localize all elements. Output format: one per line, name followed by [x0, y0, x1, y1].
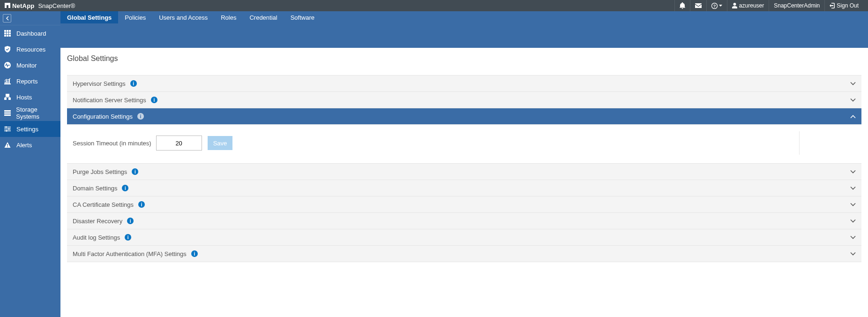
- info-icon[interactable]: i: [137, 113, 144, 120]
- section-hypervisor[interactable]: Hypervisor Settings i: [67, 75, 861, 92]
- help-button[interactable]: ?: [706, 0, 727, 11]
- section-label: Disaster Recovery: [73, 218, 122, 225]
- svg-point-20: [6, 130, 7, 132]
- role-label[interactable]: SnapCenterAdmin: [769, 0, 824, 11]
- section-configuration-body: Session Timeout (in minutes) Save: [67, 125, 861, 164]
- tab-policies[interactable]: Policies: [118, 11, 152, 23]
- info-icon[interactable]: i: [132, 168, 138, 175]
- section-audit-log[interactable]: Audit log Settings i: [67, 229, 861, 246]
- settings-accordion: Hypervisor Settings i Notification Serve…: [67, 75, 861, 262]
- svg-rect-7: [9, 32, 11, 34]
- bell-icon: [680, 2, 685, 9]
- svg-rect-22: [7, 146, 8, 147]
- tab-software[interactable]: Software: [284, 11, 321, 23]
- info-icon[interactable]: i: [127, 218, 134, 224]
- mail-icon: [695, 3, 702, 8]
- svg-rect-17: [4, 114, 11, 116]
- tab-label: Global Settings: [67, 14, 112, 21]
- section-disaster-recovery[interactable]: Disaster Recovery i: [67, 213, 861, 229]
- info-icon[interactable]: i: [130, 80, 137, 87]
- info-icon[interactable]: i: [191, 250, 198, 257]
- svg-text:?: ?: [713, 3, 716, 8]
- info-icon[interactable]: i: [151, 97, 157, 103]
- sidebar-item-resources[interactable]: Resources: [0, 41, 60, 57]
- alert-icon: [3, 142, 12, 148]
- caret-down-icon: [719, 5, 722, 7]
- notifications-button[interactable]: [674, 0, 690, 11]
- sidebar: Dashboard Resources Monitor Reports Host…: [0, 11, 60, 317]
- chevron-down-icon: [850, 218, 856, 225]
- chevron-down-icon: [850, 201, 856, 208]
- svg-rect-15: [4, 110, 11, 112]
- info-icon[interactable]: i: [122, 185, 128, 191]
- brand-product: SnapCenter®: [38, 2, 75, 9]
- svg-rect-4: [9, 30, 11, 32]
- shield-icon: [3, 46, 12, 53]
- signout-button[interactable]: Sign Out: [824, 0, 863, 11]
- session-timeout-input[interactable]: [156, 136, 202, 151]
- tab-roles[interactable]: Roles: [214, 11, 243, 23]
- svg-point-18: [5, 126, 7, 128]
- svg-rect-2: [4, 30, 6, 32]
- chevron-up-icon: [850, 113, 856, 120]
- role-text: SnapCenterAdmin: [774, 2, 820, 9]
- sidebar-item-monitor[interactable]: Monitor: [0, 57, 60, 73]
- save-button[interactable]: Save: [208, 136, 233, 150]
- info-icon[interactable]: i: [125, 234, 131, 241]
- sidebar-item-label: Storage Systems: [16, 106, 60, 120]
- svg-rect-8: [4, 35, 6, 37]
- mail-button[interactable]: [690, 0, 706, 11]
- chevron-down-icon: [850, 234, 856, 241]
- section-purge[interactable]: Purge Jobs Settings i: [67, 164, 861, 180]
- user-menu[interactable]: azureuser: [727, 0, 769, 11]
- svg-rect-16: [4, 113, 11, 114]
- svg-rect-6: [7, 32, 8, 34]
- section-label: Notification Server Settings: [73, 97, 146, 104]
- sidebar-collapse-button[interactable]: [0, 11, 60, 25]
- section-cacert[interactable]: CA Certificate Settings i: [67, 196, 861, 213]
- svg-rect-14: [8, 98, 11, 100]
- sidebar-item-label: Monitor: [16, 62, 37, 69]
- tab-bar: Global Settings Policies Users and Acces…: [60, 11, 868, 48]
- sidebar-item-dashboard[interactable]: Dashboard: [0, 25, 60, 41]
- netapp-logo-icon: [5, 2, 10, 9]
- section-label: Hypervisor Settings: [73, 80, 126, 87]
- user-icon: [732, 3, 737, 8]
- sidebar-item-label: Hosts: [16, 94, 32, 101]
- page-title: Global Settings: [67, 54, 861, 63]
- sliders-icon: [3, 126, 12, 132]
- tab-global-settings[interactable]: Global Settings: [60, 11, 118, 23]
- section-label: Multi Factor Authentication (MFA) Settin…: [73, 250, 187, 257]
- section-label: Audit log Settings: [73, 234, 120, 241]
- sidebar-item-label: Resources: [16, 46, 45, 53]
- help-icon: ?: [711, 3, 718, 9]
- sidebar-item-storage[interactable]: Storage Systems: [0, 105, 60, 121]
- section-label: Purge Jobs Settings: [73, 168, 127, 175]
- tab-label: Software: [291, 14, 314, 21]
- sidebar-item-reports[interactable]: Reports: [0, 73, 60, 89]
- tab-label: Roles: [221, 14, 236, 21]
- section-configuration[interactable]: Configuration Settings i: [67, 108, 861, 125]
- svg-rect-3: [7, 30, 8, 32]
- chevron-down-icon: [850, 250, 856, 257]
- svg-point-19: [8, 128, 10, 130]
- svg-rect-13: [4, 98, 7, 100]
- hosts-icon: [3, 94, 12, 100]
- section-mfa[interactable]: Multi Factor Authentication (MFA) Settin…: [67, 246, 861, 262]
- section-notification[interactable]: Notification Server Settings i: [67, 92, 861, 108]
- chevron-down-icon: [850, 185, 856, 192]
- tab-credential[interactable]: Credential: [243, 11, 284, 23]
- sidebar-item-alerts[interactable]: Alerts: [0, 137, 60, 153]
- tab-users-access[interactable]: Users and Access: [152, 11, 214, 23]
- divider: [799, 131, 800, 155]
- sidebar-item-hosts[interactable]: Hosts: [0, 89, 60, 105]
- signout-label: Sign Out: [837, 2, 859, 9]
- sidebar-item-settings[interactable]: Settings: [0, 121, 60, 137]
- sidebar-item-label: Settings: [16, 126, 38, 133]
- chevron-down-icon: [850, 168, 856, 175]
- info-icon[interactable]: i: [138, 201, 145, 208]
- brand-company: NetApp: [12, 2, 34, 9]
- user-name: azureuser: [739, 2, 764, 9]
- section-domain[interactable]: Domain Settings i: [67, 180, 861, 196]
- session-timeout-label: Session Timeout (in minutes): [73, 140, 151, 147]
